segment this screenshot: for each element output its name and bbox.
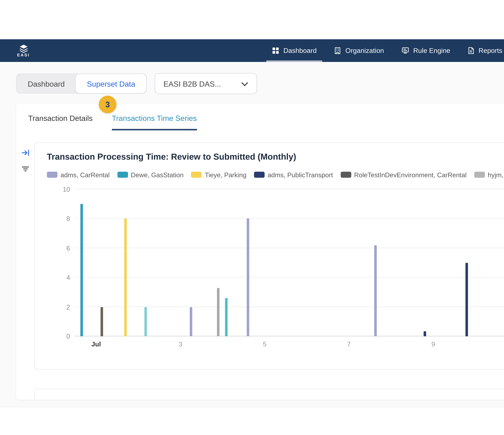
main-nav: DashboardOrganizationRule EngineReports (263, 39, 504, 62)
bar[interactable] (190, 307, 192, 336)
chart-header: Transaction Processing Time: Review to S… (47, 152, 504, 162)
legend-label: adms, PublicTransport (268, 171, 333, 179)
reports-icon (468, 47, 475, 54)
bar[interactable] (124, 219, 127, 336)
x-axis-label: Jul (91, 340, 101, 348)
legend-label: adms, CarRental (61, 171, 110, 179)
bar[interactable] (80, 204, 83, 336)
bar[interactable] (225, 298, 228, 336)
dashboard-select-value: EASI B2B DAS... (163, 79, 221, 88)
y-axis-label: 8 (66, 215, 70, 223)
gridline (75, 277, 504, 278)
chevron-down-icon (241, 79, 249, 88)
toolbar: DashboardSuperset Data EASI B2B DAS... (16, 73, 504, 94)
brand-name: EASI (17, 53, 30, 57)
legend-swatch (341, 172, 351, 178)
chart-area: 0246810Jul3579111315 (47, 189, 504, 336)
nav-item-organization[interactable]: Organization (325, 39, 393, 62)
view-toggle-superset-data[interactable]: Superset Data (76, 74, 146, 93)
gridline (75, 218, 504, 219)
app-body: DashboardSuperset Data EASI B2B DAS... 3… (0, 62, 504, 407)
gridline (75, 336, 504, 336)
legend-swatch (117, 172, 128, 178)
y-axis-label: 10 (63, 186, 70, 193)
bar[interactable] (466, 263, 468, 336)
legend-swatch (47, 172, 57, 178)
page: EASI DashboardOrganizationRule EngineRep… (0, 0, 504, 435)
gridline (75, 248, 504, 248)
dashboard-card: Transaction DetailsTransactions Time Ser… (16, 104, 504, 400)
tab-transactions-time-series[interactable]: Transactions Time Series (112, 114, 197, 130)
legend-swatch (254, 172, 265, 178)
legend-row: adms, CarRentalDewe, GasStationTieye, Pa… (47, 170, 504, 179)
legend-label: RoleTestInDevEnvironment, CarRental (354, 171, 467, 179)
top-navbar: EASI DashboardOrganizationRule EngineRep… (0, 39, 504, 62)
grid-icon (272, 47, 279, 54)
y-axis-label: 2 (66, 303, 70, 311)
bar[interactable] (145, 307, 147, 336)
chart-panel: Transaction Processing Time: Review to S… (34, 142, 504, 370)
bar[interactable] (100, 307, 103, 336)
chart-title: Transaction Processing Time: Review to S… (47, 152, 296, 162)
legend-item-hyjm-gasstation[interactable]: hyjm, GasStation (474, 171, 504, 179)
tab-bar: Transaction DetailsTransactions Time Ser… (16, 104, 504, 130)
easi-layers-icon (18, 44, 28, 53)
top-margin (0, 0, 504, 39)
legend-swatch (191, 172, 202, 178)
gridline (75, 189, 504, 189)
x-axis-label: 7 (347, 340, 351, 348)
nav-item-label: Rule Engine (413, 47, 450, 54)
legend-label: Dewe, GasStation (131, 171, 184, 179)
legend-label: hyjm, GasStation (488, 171, 504, 179)
plot-area: 0246810Jul3579111315 (75, 189, 504, 336)
legend-swatch (474, 172, 485, 178)
view-toggle-dashboard[interactable]: Dashboard (17, 74, 76, 93)
x-axis-label: 3 (179, 340, 182, 348)
nav-item-label: Organization (345, 47, 384, 54)
y-axis-label: 4 (66, 274, 70, 281)
legend-items: adms, CarRentalDewe, GasStationTieye, Pa… (47, 171, 504, 179)
content-row: Transaction Processing Time: Review to S… (16, 130, 504, 370)
gridline (75, 306, 504, 307)
nav-item-reports[interactable]: Reports (459, 39, 504, 62)
building-icon (334, 47, 342, 54)
legend-item-adms-carrental[interactable]: adms, CarRental (47, 171, 110, 179)
rule-engine-icon (401, 47, 409, 54)
y-axis-label: 0 (66, 333, 70, 340)
y-axis-label: 6 (66, 244, 70, 252)
legend-label: Tieye, Parking (205, 171, 246, 179)
nav-item-rule-engine[interactable]: Rule Engine (393, 39, 459, 62)
bar[interactable] (423, 331, 426, 336)
brand-logo: EASI (17, 44, 30, 57)
step-badge: 3 (99, 96, 117, 113)
side-toolbar (16, 139, 34, 370)
bar[interactable] (247, 219, 249, 336)
nav-item-label: Reports (478, 47, 502, 54)
nav-item-dashboard[interactable]: Dashboard (263, 39, 325, 62)
legend-item-roletestindevenvironment-carrental[interactable]: RoleTestInDevEnvironment, CarRental (341, 171, 467, 179)
nav-item-label: Dashboard (283, 47, 317, 54)
legend-item-tieye-parking[interactable]: Tieye, Parking (191, 171, 246, 179)
x-axis-label: 9 (432, 340, 435, 348)
view-toggle: DashboardSuperset Data (16, 73, 147, 94)
tab-transaction-details[interactable]: Transaction Details (28, 114, 93, 130)
legend-item-adms-publictransport[interactable]: adms, PublicTransport (254, 171, 333, 179)
x-axis-label: 5 (263, 340, 267, 348)
legend-item-dewe-gasstation[interactable]: Dewe, GasStation (117, 171, 184, 179)
filter-icon[interactable] (21, 165, 29, 173)
dashboard-select[interactable]: EASI B2B DAS... (155, 73, 257, 94)
bar[interactable] (374, 245, 377, 336)
bar[interactable] (217, 288, 220, 336)
collapse-panel-icon[interactable] (21, 148, 29, 157)
next-chart-panel-peek (34, 389, 504, 400)
